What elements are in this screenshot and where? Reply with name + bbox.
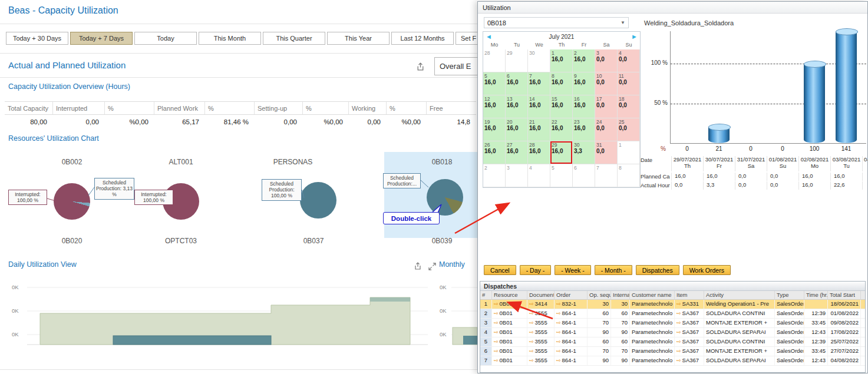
calendar-day-cell[interactable]: 1 (618, 141, 640, 164)
calendar-day-cell[interactable]: 1616,0 (573, 95, 595, 118)
calendar-day-cell[interactable]: 2716,0 (506, 141, 528, 164)
link-arrow-icon[interactable]: ⇨ (676, 301, 681, 307)
calendar-day-cell[interactable]: 170,0 (595, 95, 618, 118)
calendar-day-cell[interactable]: 1916,0 (483, 118, 506, 141)
dispatch-row[interactable]: 6⇨0B01⇨3555⇨864-17070Parametechnolo⇨SA36… (480, 347, 865, 356)
calendar-next-icon[interactable]: ► (631, 34, 638, 40)
dispatch-row[interactable]: 4⇨0B01⇨3555⇨864-19090Parametechnolo⇨SA36… (480, 328, 865, 337)
button-week[interactable]: - Week - (555, 265, 590, 275)
link-arrow-icon[interactable]: ⇨ (529, 358, 534, 363)
link-arrow-icon[interactable]: ⇨ (556, 339, 561, 345)
link-arrow-icon[interactable]: ⇨ (676, 310, 681, 316)
link-arrow-icon[interactable]: ⇨ (529, 310, 534, 316)
window-titlebar[interactable]: Utilization (478, 2, 867, 14)
link-arrow-icon[interactable]: ⇨ (556, 358, 561, 363)
button-day[interactable]: - Day - (520, 265, 552, 275)
calendar-day-cell[interactable]: 240,0 (595, 118, 618, 141)
link-arrow-icon[interactable]: ⇨ (494, 310, 499, 316)
link-arrow-icon[interactable]: ⇨ (676, 348, 681, 354)
calendar-day-cell[interactable]: 40,0 (618, 49, 640, 72)
calendar-day-cell[interactable]: 30 (528, 49, 550, 72)
calendar-day-cell[interactable]: 6 (573, 164, 595, 187)
link-arrow-icon[interactable]: ⇨ (529, 329, 534, 335)
calendar-day-cell[interactable]: 30,0 (595, 49, 618, 72)
calendar-day-cell[interactable]: 2 (483, 164, 506, 187)
resource-selector[interactable]: 0B018 ▼ (484, 17, 629, 28)
link-arrow-icon[interactable]: ⇨ (494, 301, 499, 307)
calendar-day-cell[interactable]: 303,3 (573, 141, 595, 164)
pie-chart-0B002[interactable] (54, 183, 90, 220)
calendar-day-cell[interactable]: 100,0 (595, 72, 618, 95)
calendar-day-cell[interactable]: 29 (506, 49, 528, 72)
dispatch-row[interactable]: 3⇨0B01⇨3555⇨864-17070Parametechnolo⇨SA36… (480, 319, 865, 328)
calendar-day-cell[interactable]: 916,0 (573, 72, 595, 95)
calendar-day-cell[interactable]: 616,0 (506, 72, 528, 95)
expand-icon[interactable] (427, 261, 437, 272)
filter-button-this-year[interactable]: This Year (327, 32, 390, 45)
filter-button-this-month[interactable]: This Month (199, 32, 261, 45)
calendar-day-cell[interactable]: 116,0 (550, 49, 573, 72)
filter-button-this-quarter[interactable]: This Quarter (263, 32, 325, 45)
dispatch-row[interactable]: 2⇨0B01⇨3555⇨864-16060Parametechnolo⇨SA36… (480, 309, 865, 319)
calendar-day-cell[interactable]: 1516,0 (550, 95, 573, 118)
link-arrow-icon[interactable]: ⇨ (556, 320, 561, 326)
link-arrow-icon[interactable]: ⇨ (556, 329, 561, 335)
calendar-day-cell[interactable]: 216,0 (573, 49, 595, 72)
calendar-day-cell[interactable]: 1216,0 (483, 95, 506, 118)
dispatch-row[interactable]: 7⇨0B01⇨3555⇨864-19090Parametechnolo⇨SA36… (480, 356, 865, 366)
pie-chart-PERSONAS[interactable] (300, 182, 336, 219)
link-arrow-icon[interactable]: ⇨ (676, 339, 681, 345)
calendar-day-cell[interactable]: 8 (618, 164, 640, 187)
link-arrow-icon[interactable]: ⇨ (494, 329, 499, 335)
pie-chart-0B018[interactable] (427, 179, 463, 216)
filter-button-today[interactable]: Today (134, 32, 197, 45)
link-arrow-icon[interactable]: ⇨ (494, 339, 499, 345)
calendar-day-cell[interactable]: 2016,0 (506, 118, 528, 141)
calendar-day-cell[interactable]: 516,0 (483, 72, 506, 95)
filter-button-today-30-days[interactable]: Today + 30 Days (6, 32, 68, 45)
calendar-day-cell[interactable]: 2916,0 (550, 141, 573, 164)
button-work-orders[interactable]: Work Orders (683, 265, 731, 275)
calendar-day-cell[interactable]: 5 (550, 164, 573, 187)
link-arrow-icon[interactable]: ⇨ (529, 348, 534, 354)
link-arrow-icon[interactable]: ⇨ (676, 320, 681, 326)
dispatch-row[interactable]: 1⇨0B01⇨3414⇨832-13030Parametechnolo⇨SA33… (480, 300, 865, 309)
export-icon[interactable] (415, 61, 425, 72)
calendar-day-cell[interactable]: 180,0 (618, 95, 640, 118)
calendar-day-cell[interactable]: 110,0 (618, 72, 640, 95)
calendar-day-cell[interactable]: 2116,0 (528, 118, 550, 141)
calendar-day-cell[interactable]: 2816,0 (528, 141, 550, 164)
link-arrow-icon[interactable]: ⇨ (676, 329, 681, 335)
link-arrow-icon[interactable]: ⇨ (494, 348, 499, 354)
calendar-day-cell[interactable]: 816,0 (550, 72, 573, 95)
export-icon[interactable] (412, 261, 423, 272)
calendar-day-cell[interactable]: 3 (506, 164, 528, 187)
filter-button-today-7-days[interactable]: Today + 7 Days (70, 32, 133, 45)
filter-button-last-12-months[interactable]: Last 12 Months (391, 32, 454, 45)
link-arrow-icon[interactable]: ⇨ (529, 320, 534, 326)
link-arrow-icon[interactable]: ⇨ (556, 301, 561, 307)
link-arrow-icon[interactable]: ⇨ (556, 348, 561, 354)
button-dispatches[interactable]: Dispatches (636, 265, 679, 275)
link-arrow-icon[interactable]: ⇨ (529, 301, 534, 307)
link-arrow-icon[interactable]: ⇨ (676, 358, 681, 363)
link-arrow-icon[interactable]: ⇨ (494, 320, 499, 326)
calendar-day-cell[interactable]: 2316,0 (573, 118, 595, 141)
calendar-day-cell[interactable]: 716,0 (528, 72, 550, 95)
button-month[interactable]: - Month - (595, 265, 632, 275)
calendar-day-cell[interactable]: 2216,0 (550, 118, 573, 141)
calendar-day-cell[interactable]: 310,0 (595, 141, 618, 164)
calendar-day-cell[interactable]: 4 (528, 164, 550, 187)
button-cancel[interactable]: Cancel (484, 265, 516, 275)
calendar-prev-icon[interactable]: ◄ (486, 34, 492, 40)
calendar-day-cell[interactable]: 250,0 (618, 118, 640, 141)
link-arrow-icon[interactable]: ⇨ (494, 358, 499, 363)
link-arrow-icon[interactable]: ⇨ (556, 310, 561, 316)
calendar-day-cell[interactable]: 1416,0 (528, 95, 550, 118)
calendar-day-cell[interactable]: 28 (483, 49, 506, 72)
calendar-day-cell[interactable]: 2616,0 (483, 141, 506, 164)
calendar-day-cell[interactable]: 7 (595, 164, 618, 187)
dispatch-row[interactable]: 5⇨0B01⇨3555⇨864-16060Parametechnolo⇨SA36… (480, 337, 865, 347)
calendar-day-cell[interactable]: 1316,0 (506, 95, 528, 118)
link-arrow-icon[interactable]: ⇨ (529, 339, 534, 345)
